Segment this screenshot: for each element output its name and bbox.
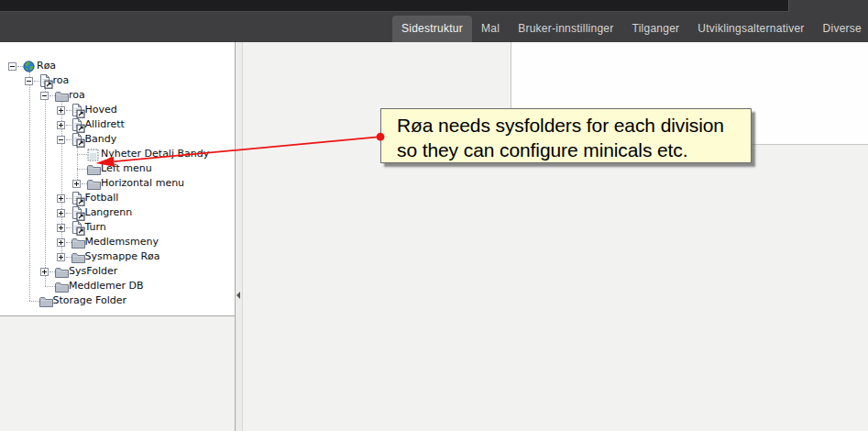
app-window: SidestrukturMalBruker-innstillingerTilga… bbox=[0, 0, 868, 431]
collapse-node-toggle[interactable] bbox=[57, 136, 65, 144]
tree-item-label[interactable]: roa bbox=[53, 73, 70, 88]
tree-item-sysmappe-røa[interactable]: Sysmappe Røa bbox=[0, 249, 235, 264]
expand-node-toggle[interactable] bbox=[57, 194, 65, 203]
minus-glyph bbox=[27, 81, 31, 82]
plus-glyph bbox=[60, 226, 61, 230]
tree-item-bandy[interactable]: Bandy bbox=[0, 132, 235, 147]
folder-icon bbox=[71, 251, 85, 263]
tree-item-hoved[interactable]: Hoved bbox=[0, 103, 235, 117]
tree-item-label[interactable]: Bandy bbox=[85, 132, 117, 147]
sticky-note: Røa needs sysfolders for each division s… bbox=[380, 108, 752, 163]
plus-glyph bbox=[60, 196, 61, 201]
expand-node-toggle[interactable] bbox=[57, 238, 65, 247]
panel-splitter[interactable] bbox=[235, 42, 243, 431]
tree-item-label[interactable]: Nyheter Detalj Bandy bbox=[101, 147, 209, 161]
tree-item-horizontal-menu[interactable]: Horizontal menu bbox=[0, 176, 235, 191]
sticky-note-text: Røa needs sysfolders for each division bbox=[397, 113, 743, 138]
collapse-node-toggle[interactable] bbox=[40, 92, 49, 100]
tree-item-allidrett[interactable]: Allidrett bbox=[0, 117, 235, 132]
tab-tilganger[interactable]: Tilganger bbox=[623, 16, 689, 42]
tab-utviklingsalternativer[interactable]: Utviklingsalternativer bbox=[688, 16, 813, 42]
tree-item-langrenn[interactable]: Langrenn bbox=[0, 205, 235, 220]
collapse-panel-icon[interactable] bbox=[236, 292, 240, 299]
tree-item-label[interactable]: SysFolder bbox=[69, 264, 117, 279]
sticky-note-text: so they can configure minicals etc. bbox=[397, 138, 743, 162]
tree-item-label[interactable]: Hoved bbox=[85, 103, 117, 117]
plus-glyph bbox=[76, 182, 77, 186]
expand-node-toggle[interactable] bbox=[57, 121, 65, 129]
tree-item-nyheter-detalj-bandy[interactable]: Nyheter Detalj Bandy bbox=[0, 147, 235, 161]
globe-icon bbox=[23, 61, 35, 72]
collapse-node-toggle[interactable] bbox=[25, 77, 33, 85]
tree-item-sysfolder[interactable]: SysFolder bbox=[0, 264, 235, 279]
plus-glyph bbox=[60, 240, 61, 245]
plus-glyph bbox=[60, 108, 61, 113]
expand-node-toggle[interactable] bbox=[72, 180, 81, 188]
tree-item-label[interactable]: Fotball bbox=[85, 191, 119, 205]
tree-item-label[interactable]: Turn bbox=[85, 220, 106, 235]
tree-item-fotball[interactable]: Fotball bbox=[0, 191, 235, 205]
plus-glyph bbox=[60, 255, 61, 260]
shortcut-page-icon bbox=[71, 206, 85, 221]
expand-node-toggle[interactable] bbox=[57, 209, 65, 217]
tab-sidestruktur[interactable]: Sidestruktur bbox=[392, 16, 472, 42]
tree-item-medlemsmeny[interactable]: Medlemsmeny bbox=[0, 235, 235, 249]
minus-glyph bbox=[59, 139, 63, 140]
shortcut-page-icon bbox=[71, 133, 85, 148]
tree-item-label[interactable]: Storage Folder bbox=[53, 293, 127, 308]
tree-item-label[interactable]: Allidrett bbox=[85, 117, 125, 132]
tree-item-storage-folder[interactable]: Storage Folder bbox=[0, 293, 235, 308]
expand-node-toggle[interactable] bbox=[57, 224, 65, 232]
folder-icon bbox=[55, 266, 69, 278]
tab-diverse[interactable]: Diverse bbox=[814, 16, 868, 42]
folder-icon bbox=[39, 295, 53, 307]
dashed-page-icon bbox=[87, 149, 99, 161]
shortcut-page-icon bbox=[71, 192, 85, 206]
tree-item-left-menu[interactable]: Left menu bbox=[0, 161, 235, 176]
folder-icon bbox=[55, 90, 69, 102]
tab-bar: SidestrukturMalBruker-innstillingerTilga… bbox=[392, 16, 868, 42]
plus-glyph bbox=[44, 270, 45, 274]
tree-item-label[interactable]: Røa bbox=[37, 59, 56, 73]
tree-item-roa[interactable]: roa bbox=[0, 88, 235, 103]
tree-item-label[interactable]: Sysmappe Røa bbox=[85, 249, 160, 264]
tree-item-meddlemer-db[interactable]: Meddlemer DB bbox=[0, 279, 235, 293]
tree-item-label[interactable]: Medlemsmeny bbox=[85, 235, 159, 249]
tab-bruker-innstillinger[interactable]: Bruker-innstillinger bbox=[509, 16, 622, 42]
expand-node-toggle[interactable] bbox=[57, 106, 65, 115]
tree-item-turn[interactable]: Turn bbox=[0, 220, 235, 235]
folder-icon bbox=[87, 163, 101, 175]
tree-item-label[interactable]: Meddlemer DB bbox=[69, 279, 144, 293]
folder-icon bbox=[71, 237, 85, 249]
tree-item-label[interactable]: roa bbox=[69, 88, 85, 103]
tree-item-roa[interactable]: roa bbox=[0, 73, 235, 88]
header: SidestrukturMalBruker-innstillingerTilga… bbox=[0, 0, 868, 42]
shortcut-page-icon bbox=[71, 118, 85, 133]
plus-glyph bbox=[60, 211, 61, 216]
minus-glyph bbox=[42, 95, 47, 96]
tree-item-label[interactable]: Horizontal menu bbox=[101, 176, 184, 191]
tree-item-label[interactable]: Langrenn bbox=[85, 205, 133, 220]
expand-node-toggle[interactable] bbox=[40, 268, 49, 276]
tree-item-røa[interactable]: Røa bbox=[0, 59, 235, 73]
minus-glyph bbox=[10, 66, 15, 67]
site-tree-panel: RøaroaroaHovedAllidrettBandyNyheter Deta… bbox=[0, 42, 235, 316]
shortcut-page-icon bbox=[71, 104, 85, 118]
folder-icon bbox=[87, 178, 101, 190]
plus-glyph bbox=[60, 123, 61, 127]
shortcut-page-icon bbox=[71, 221, 85, 236]
site-tree: RøaroaroaHovedAllidrettBandyNyheter Deta… bbox=[0, 42, 235, 315]
tree-item-label[interactable]: Left menu bbox=[101, 161, 152, 176]
collapse-node-toggle[interactable] bbox=[8, 62, 16, 71]
browser-top-strip bbox=[0, 0, 789, 12]
folder-icon bbox=[55, 281, 69, 293]
workspace: RøaroaroaHovedAllidrettBandyNyheter Deta… bbox=[0, 42, 868, 431]
expand-node-toggle[interactable] bbox=[57, 253, 65, 261]
tab-mal[interactable]: Mal bbox=[472, 16, 509, 42]
shortcut-page-icon bbox=[39, 74, 53, 89]
